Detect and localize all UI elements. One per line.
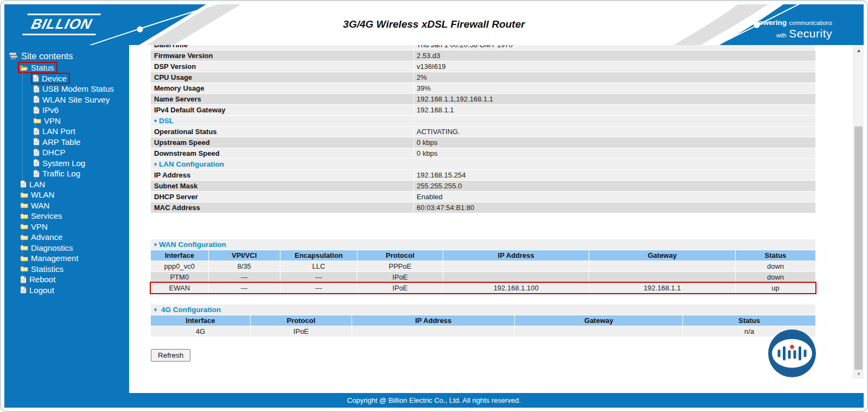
- sidebar-item-statistics[interactable]: Statistics: [4, 264, 129, 275]
- table-cell: ---: [280, 283, 358, 293]
- billion-logo: BILLION: [22, 14, 101, 35]
- scrollbar-thumb[interactable]: [854, 126, 863, 370]
- sidebar-item-label: USB Modem Status: [42, 84, 114, 93]
- scroll-down-icon[interactable]: ▼: [854, 370, 864, 378]
- sidebar-item-label: Reboot: [29, 275, 55, 284]
- document-icon: [20, 286, 27, 294]
- table-cell: PTM0: [151, 272, 209, 282]
- tree-guide-line: [22, 69, 23, 285]
- column-header: Gateway: [589, 250, 736, 261]
- document-icon: [33, 159, 40, 167]
- info-value: 39%: [414, 83, 815, 93]
- sidebar-item-diagnostics[interactable]: Diagnostics: [4, 243, 129, 253]
- slogan-security: Security: [789, 27, 832, 40]
- sidebar-item-label: LAN Port: [42, 126, 75, 136]
- document-icon: [33, 138, 40, 145]
- table-cell: ---: [280, 272, 358, 282]
- table-cell: [443, 272, 590, 282]
- sidebar-item-label: WLAN Site Survey: [42, 95, 110, 104]
- sidebar-item-advance[interactable]: Advance: [4, 232, 129, 243]
- sidebar-item-logout[interactable]: Logout: [4, 285, 129, 296]
- wan-configuration-section-header[interactable]: ▼WAN Configuration: [151, 239, 815, 250]
- table-cell: [589, 272, 736, 282]
- info-row: Memory Usage39%: [151, 83, 815, 93]
- folder-icon: [33, 117, 41, 124]
- sidebar-item-wlan[interactable]: WLAN: [4, 189, 129, 200]
- sidebar-item-ipv6[interactable]: IPv6: [4, 105, 129, 116]
- table-row: 4GIPoEn/a: [151, 326, 815, 337]
- column-header: Protocol: [358, 250, 443, 261]
- body-row: Site contents StatusDeviceUSB Modem Stat…: [4, 45, 864, 393]
- sidebar-item-arp-table[interactable]: ARP Table: [4, 137, 129, 148]
- table-cell: PPPoE: [358, 261, 443, 271]
- table-cell: EWAN: [151, 283, 209, 293]
- lan-configuration-section-header[interactable]: ▼LAN Configuration: [151, 159, 815, 169]
- tree-item-content: Reboot: [20, 275, 58, 284]
- info-label: Upstream Speed: [151, 137, 414, 148]
- info-row: DHCP ServerEnabled: [151, 192, 815, 202]
- sidebar-item-label: WLAN: [31, 190, 54, 199]
- sidebar-item-status[interactable]: Status: [4, 62, 129, 73]
- info-label: Memory Usage: [151, 83, 414, 93]
- slogan-communications: communications: [789, 20, 832, 26]
- table-row: EWAN------IPoE192.168.1.100192.168.1.1up: [151, 283, 815, 293]
- sidebar-item-usb-modem-status[interactable]: USB Modem Status: [4, 84, 129, 94]
- info-row: IPv4 Default Gateway192.168.1.1: [151, 105, 815, 115]
- table-cell: IPoE: [358, 283, 443, 293]
- info-row: Date/TimeThu Jan 1 00:20:58 GMT 1970: [151, 45, 815, 50]
- sidebar-item-management[interactable]: Management: [4, 253, 129, 264]
- info-value: 2.53.d3: [414, 50, 815, 61]
- document-icon: [33, 85, 40, 93]
- sidebar-root-site-contents[interactable]: Site contents: [4, 49, 129, 62]
- info-value: 192.168.1.1: [414, 105, 815, 115]
- spacer: [151, 213, 815, 239]
- table-cell: 4G: [151, 326, 251, 337]
- sidebar-item-dhcp[interactable]: DHCP: [4, 147, 129, 158]
- column-header: IP Address: [352, 315, 515, 326]
- sidebar-item-vpn[interactable]: VPN: [4, 221, 129, 232]
- copyright-text: Copyright @ Billion Electric Co., Ltd. A…: [347, 396, 521, 404]
- column-header: Status: [683, 315, 815, 326]
- sidebar-item-lan-port[interactable]: LAN Port: [4, 126, 129, 137]
- sidebar-item-label: Traffic Log: [42, 169, 80, 178]
- info-label: Name Servers: [151, 94, 414, 104]
- info-value: 60:03:47:54:B1:80: [414, 202, 815, 213]
- tree-item-content: System Log: [33, 159, 87, 168]
- info-value: Thu Jan 1 00:20:58 GMT 1970: [414, 45, 815, 50]
- column-header: Encapsulation: [280, 250, 358, 261]
- sidebar-item-label: Diagnostics: [31, 243, 73, 252]
- document-icon: [33, 74, 39, 82]
- info-row: Firmware Version2.53.d3: [151, 50, 815, 61]
- page-title: 3G/4G Wireless xDSL Firewall Router: [343, 18, 525, 30]
- document-icon: [20, 276, 27, 283]
- tree-item-content: ARP Table: [33, 137, 82, 147]
- sidebar-item-label: VPN: [44, 116, 61, 125]
- scroll-up-icon[interactable]: ▲: [854, 47, 864, 54]
- sidebar-item-system-log[interactable]: System Log: [4, 158, 129, 169]
- sidebar-item-wan[interactable]: WAN: [4, 200, 129, 211]
- folder-icon: [20, 223, 28, 230]
- sidebar-item-reboot[interactable]: Reboot: [4, 274, 129, 285]
- sidebar-item-wlan-site-survey[interactable]: WLAN Site Survey: [4, 94, 129, 105]
- sidebar-item-services[interactable]: Services: [4, 211, 129, 221]
- table-cell: ppp0_vc0: [151, 261, 209, 271]
- tree-item-content: DHCP: [33, 148, 68, 157]
- billion-logo-text: BILLION: [29, 16, 94, 33]
- sidebar-item-traffic-log[interactable]: Traffic Log: [4, 168, 129, 179]
- sidebar-item-device[interactable]: Device: [4, 73, 129, 84]
- table-cell: IPoE: [358, 272, 443, 282]
- scrollbar[interactable]: ▲ ▼: [853, 45, 864, 379]
- tree-item-content: WAN: [20, 201, 52, 210]
- sidebar-item-lan[interactable]: LAN: [4, 179, 129, 190]
- site-contents-icon: [9, 52, 18, 60]
- table-row: ppp0_vc08/35LLCPPPoEdown: [151, 261, 815, 271]
- info-label: DHCP Server: [151, 192, 414, 202]
- info-row: Name Servers192.168.1.1,192.168.1.1: [151, 94, 815, 104]
- refresh-button[interactable]: Refresh: [151, 349, 190, 362]
- collapse-triangle-icon: ▼: [153, 118, 158, 124]
- dsl-section-header[interactable]: ▼DSL: [151, 116, 815, 126]
- sidebar-item-vpn[interactable]: VPN: [4, 116, 129, 126]
- 4g-configuration-section-header[interactable]: ▼4G Configuration: [151, 305, 815, 315]
- tree-item-content: VPN: [20, 222, 50, 231]
- section-title: LAN Configuration: [159, 160, 224, 168]
